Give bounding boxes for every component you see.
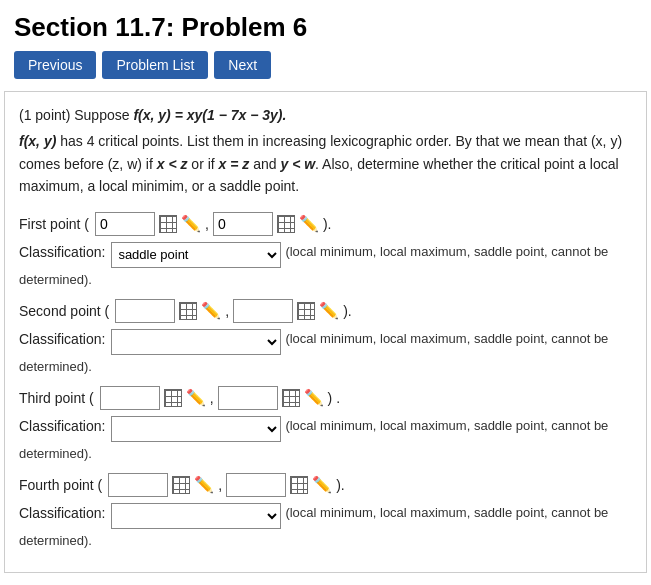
point-3-classify-select[interactable]: local minimum local maximum saddle point… [111, 416, 281, 442]
page-title: Section 11.7: Problem 6 [0, 0, 651, 51]
point-4-close: ). [336, 477, 345, 493]
point-4-classify-select[interactable]: local minimum local maximum saddle point… [111, 503, 281, 529]
point-2-label: Second point ( [19, 303, 109, 319]
point-3-determined: determined). [19, 446, 632, 461]
point-1-determined: determined). [19, 272, 632, 287]
point-4-x-grid-icon[interactable] [172, 476, 190, 494]
point-1-close: ). [323, 216, 332, 232]
toolbar: Previous Problem List Next [0, 51, 651, 91]
point-3-close: ) . [328, 390, 340, 406]
point-4-y-input[interactable] [226, 473, 286, 497]
point-4-label: Fourth point ( [19, 477, 102, 493]
point-4-comma: , [218, 477, 222, 493]
previous-button[interactable]: Previous [14, 51, 96, 79]
point-2-comma: , [225, 303, 229, 319]
point-1-row: First point ( ✏️ , ✏️ ). [19, 212, 632, 236]
point-4-y-pencil-icon[interactable]: ✏️ [312, 475, 332, 494]
point-2-x-grid-icon[interactable] [179, 302, 197, 320]
point-4-hint: (local minimum, local maximum, saddle po… [285, 505, 632, 520]
point-4-x-pencil-icon[interactable]: ✏️ [194, 475, 214, 494]
point-2-x-pencil-icon[interactable]: ✏️ [201, 301, 221, 320]
point-1-label: First point ( [19, 216, 89, 232]
point-4-y-grid-icon[interactable] [290, 476, 308, 494]
point-4-classification-label: Classification: [19, 505, 105, 521]
point-2-row: Second point ( ✏️ , ✏️ ). [19, 299, 632, 323]
point-2-y-input[interactable] [233, 299, 293, 323]
function-label: f(x, y) [19, 133, 56, 149]
point-3-x-grid-icon[interactable] [164, 389, 182, 407]
point-4-row: Fourth point ( ✏️ , ✏️ ). [19, 473, 632, 497]
point-2-classify-select[interactable]: local minimum local maximum saddle point… [111, 329, 281, 355]
point-4-determined: determined). [19, 533, 632, 548]
point-4-classification-row: Classification: local minimum local maxi… [19, 503, 632, 529]
point-1-y-pencil-icon[interactable]: ✏️ [299, 214, 319, 233]
point-1-classification-row: Classification: saddle point local minim… [19, 242, 632, 268]
problem-text: (1 point) Suppose f(x, y) = xy(1 − 7x − … [19, 104, 632, 198]
point-3-row: Third point ( ✏️ , ✏️ ) . [19, 386, 632, 410]
point-3-section: Third point ( ✏️ , ✏️ ) . Classification… [19, 386, 632, 461]
point-3-label: Third point ( [19, 390, 94, 406]
problem-intro: (1 point) Suppose [19, 107, 130, 123]
point-3-hint: (local minimum, local maximum, saddle po… [285, 418, 632, 433]
point-3-y-input[interactable] [218, 386, 278, 410]
point-2-classification-label: Classification: [19, 331, 105, 347]
point-2-hint: (local minimum, local maximum, saddle po… [285, 331, 632, 346]
point-2-section: Second point ( ✏️ , ✏️ ). Classification… [19, 299, 632, 374]
point-3-comma: , [210, 390, 214, 406]
next-button[interactable]: Next [214, 51, 271, 79]
point-4-section: Fourth point ( ✏️ , ✏️ ). Classification… [19, 473, 632, 548]
point-2-classification-row: Classification: local minimum local maxi… [19, 329, 632, 355]
point-1-classification-label: Classification: [19, 244, 105, 260]
point-3-classification-label: Classification: [19, 418, 105, 434]
point-1-x-input[interactable] [95, 212, 155, 236]
point-2-determined: determined). [19, 359, 632, 374]
point-2-y-grid-icon[interactable] [297, 302, 315, 320]
point-1-x-pencil-icon[interactable]: ✏️ [181, 214, 201, 233]
point-1-hint: (local minimum, local maximum, saddle po… [285, 244, 632, 259]
problem-list-button[interactable]: Problem List [102, 51, 208, 79]
point-1-classify-select[interactable]: saddle point local minimum local maximum… [111, 242, 281, 268]
point-3-y-pencil-icon[interactable]: ✏️ [304, 388, 324, 407]
problem-description: has 4 critical points. List them in incr… [19, 133, 622, 194]
point-1-y-grid-icon[interactable] [277, 215, 295, 233]
point-1-y-input[interactable] [213, 212, 273, 236]
point-3-x-pencil-icon[interactable]: ✏️ [186, 388, 206, 407]
point-2-close: ). [343, 303, 352, 319]
point-2-y-pencil-icon[interactable]: ✏️ [319, 301, 339, 320]
point-1-x-grid-icon[interactable] [159, 215, 177, 233]
point-3-x-input[interactable] [100, 386, 160, 410]
point-1-comma: , [205, 216, 209, 232]
problem-content: (1 point) Suppose f(x, y) = xy(1 − 7x − … [4, 91, 647, 573]
point-3-classification-row: Classification: local minimum local maxi… [19, 416, 632, 442]
point-4-x-input[interactable] [108, 473, 168, 497]
point-1-section: First point ( ✏️ , ✏️ ). Classification:… [19, 212, 632, 287]
point-2-x-input[interactable] [115, 299, 175, 323]
function-display: f(x, y) = xy(1 − 7x − 3y). [133, 107, 286, 123]
point-3-y-grid-icon[interactable] [282, 389, 300, 407]
